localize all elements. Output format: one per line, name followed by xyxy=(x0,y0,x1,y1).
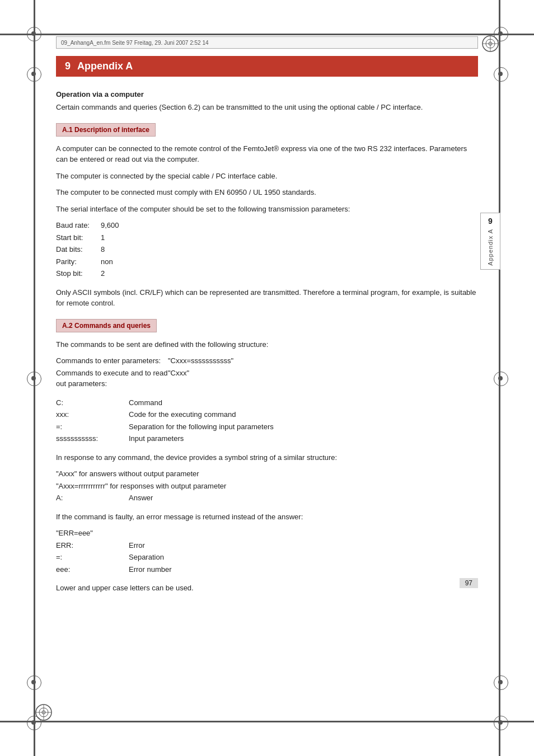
error-label: eee: xyxy=(56,564,129,575)
error-value: Error xyxy=(129,540,478,551)
reg-mark-bottom-mid-left xyxy=(27,675,40,689)
page-border-top xyxy=(0,34,534,35)
error-intro: If the command is faulty, an error messa… xyxy=(56,511,478,523)
responses-table: "Axxx" for answers without output parame… xyxy=(56,468,478,504)
cmd-detail-label: =: xyxy=(56,421,129,433)
error-label: "ERR=eee" xyxy=(56,528,93,539)
cmd-intro-value: "Cxxx" xyxy=(168,368,478,389)
error-label: =: xyxy=(56,552,129,563)
cmd-intro-row: Commands to execute and to read out para… xyxy=(56,368,478,389)
cmd-detail-row: C:Command xyxy=(56,397,478,408)
operation-heading: Operation via a computer xyxy=(56,90,478,98)
section-a1-p2: The computer is connected by the special… xyxy=(56,171,478,182)
main-content: 9 Appendix A Operation via a computer Ce… xyxy=(56,56,478,700)
tab-label: Appendix A xyxy=(487,229,494,266)
error-label: ERR: xyxy=(56,540,129,551)
appendix-tab: 9 Appendix A xyxy=(480,213,500,270)
cmd-detail-value: Command xyxy=(129,397,478,408)
section-a2-heading: A.2 Commands and queries xyxy=(56,319,157,332)
cmd-detail-value: Input parameters xyxy=(129,433,478,444)
param-value: 2 xyxy=(101,268,478,279)
response-label: A: xyxy=(56,492,129,504)
error-value: Separation xyxy=(129,552,478,563)
content-inner: 9 Appendix A Operation via a computer Ce… xyxy=(56,56,478,594)
param-label: Stop bit: xyxy=(56,268,101,279)
reg-mark-mid-right xyxy=(494,372,507,385)
param-row: Stop bit:2 xyxy=(56,268,478,279)
response-row: A:Answer xyxy=(56,492,478,504)
section-a2: A.2 Commands and queries The commands to… xyxy=(56,319,478,594)
param-row: Parity:non xyxy=(56,256,478,267)
param-row: Start bit:1 xyxy=(56,232,478,243)
page-border-bottom xyxy=(0,721,534,722)
cmd-detail-value: Code for the executing command xyxy=(129,409,478,420)
cmd-detail-label: sssssssssss: xyxy=(56,433,129,444)
param-label: Dat bits: xyxy=(56,244,101,255)
param-value: 8 xyxy=(101,244,478,255)
cd-icon-bottom-left xyxy=(35,703,53,721)
section-a2-intro: The commands to be sent are defined with… xyxy=(56,339,478,350)
chapter-number: 9 xyxy=(65,60,71,72)
operation-intro: Certain commands and queries (Section 6.… xyxy=(56,102,478,113)
reg-mark-bottom-mid-right xyxy=(494,675,507,689)
cmd-detail-label: xxx: xyxy=(56,409,129,420)
cmd-detail-value: Separation for the following input param… xyxy=(129,421,478,433)
file-info-text: 09_AnhangA_en.fm Seite 97 Freitag, 29. J… xyxy=(61,40,209,46)
error-value: Error number xyxy=(129,564,478,575)
section-a1-footer: Only ASCII symbols (incl. CR/LF) which c… xyxy=(56,287,478,309)
error-row: "ERR=eee" xyxy=(56,528,478,539)
param-value: non xyxy=(101,256,478,267)
response-intro: In response to any command, the device p… xyxy=(56,452,478,463)
cmd-intro-label: Commands to enter parameters: xyxy=(56,355,168,367)
cmd-intro-value: "Cxxx=sssssssssss" xyxy=(168,355,478,367)
reg-mark-top-left xyxy=(27,27,40,40)
cmd-detail-row: =:Separation for the following input par… xyxy=(56,421,478,433)
chapter-title: Appendix A xyxy=(77,60,133,72)
commands-detail-table: C:Commandxxx:Code for the executing comm… xyxy=(56,397,478,444)
reg-mark-top-mid-left xyxy=(27,67,40,81)
page-number: 97 xyxy=(460,578,478,588)
cd-icon-top-right xyxy=(481,35,499,53)
param-label: Parity: xyxy=(56,256,101,267)
errors-table: "ERR=eee"ERR:Error=:Separationeee:Error … xyxy=(56,528,478,575)
cmd-detail-row: xxx:Code for the executing command xyxy=(56,409,478,420)
error-row: =:Separation xyxy=(56,552,478,563)
cmd-intro-row: Commands to enter parameters:"Cxxx=sssss… xyxy=(56,355,478,367)
response-label: "Axxx=rrrrrrrrrrr" for responses with ou… xyxy=(56,481,226,492)
section-a2-footer: Lower and upper case letters can be used… xyxy=(56,583,478,594)
param-value: 1 xyxy=(101,232,478,243)
error-row: ERR:Error xyxy=(56,540,478,551)
reg-mark-bottom-right xyxy=(494,716,507,729)
file-info-bar: 09_AnhangA_en.fm Seite 97 Freitag, 29. J… xyxy=(56,36,478,49)
cmd-detail-label: C: xyxy=(56,397,129,408)
section-a1-p4: The serial interface of the computer sho… xyxy=(56,204,478,215)
response-value: Answer xyxy=(129,492,478,504)
commands-intro-table: Commands to enter parameters:"Cxxx=sssss… xyxy=(56,355,478,389)
section-a1-p1: A computer can be connected to the remot… xyxy=(56,143,478,165)
response-row: "Axxx=rrrrrrrrrrr" for responses with ou… xyxy=(56,481,478,492)
response-label: "Axxx" for answers without output parame… xyxy=(56,468,199,480)
cmd-detail-row: sssssssssss:Input parameters xyxy=(56,433,478,444)
param-row: Baud rate:9,600 xyxy=(56,220,478,231)
chapter-header: 9 Appendix A xyxy=(56,56,478,77)
param-row: Dat bits:8 xyxy=(56,244,478,255)
reg-mark-mid-left xyxy=(27,372,40,385)
param-value: 9,600 xyxy=(101,220,478,231)
cmd-intro-label: Commands to execute and to read out para… xyxy=(56,368,168,389)
reg-mark-top-mid-right xyxy=(494,67,507,81)
section-a1-heading: A.1 Description of interface xyxy=(56,123,156,137)
param-label: Start bit: xyxy=(56,232,101,243)
section-a1: A.1 Description of interface A computer … xyxy=(56,123,478,309)
param-label: Baud rate: xyxy=(56,220,101,231)
section-a1-p3: The computer to be connected must comply… xyxy=(56,187,478,198)
operation-section: Operation via a computer Certain command… xyxy=(56,90,478,113)
error-row: eee:Error number xyxy=(56,564,478,575)
response-row: "Axxx" for answers without output parame… xyxy=(56,468,478,480)
tab-number: 9 xyxy=(488,217,493,226)
params-table: Baud rate:9,600Start bit:1Dat bits:8Pari… xyxy=(56,220,478,279)
